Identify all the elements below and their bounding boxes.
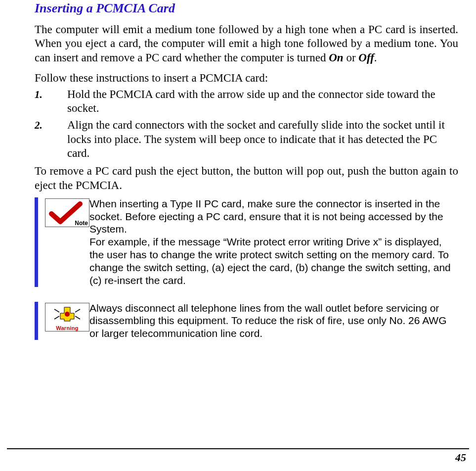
page-number: 45 xyxy=(455,451,466,464)
warning-icon: Warning xyxy=(45,303,89,331)
callout-accent-bar xyxy=(35,302,38,340)
removal-paragraph: To remove a PC card push the eject butto… xyxy=(35,164,458,192)
warning-text: Always disconnect all telephone lines fr… xyxy=(89,302,458,340)
step-number: 1. xyxy=(35,88,67,116)
instructions-lead: Follow these instructions to insert a PC… xyxy=(35,72,458,85)
callout-accent-bar xyxy=(35,197,38,287)
intro-text-end: . xyxy=(374,51,377,64)
note-icon: Note xyxy=(45,198,89,227)
svg-line-3 xyxy=(75,309,80,312)
note-text: When inserting a Type II PC card, make s… xyxy=(89,197,458,287)
warning-icon-container: Warning xyxy=(45,302,89,340)
intro-em-on: On xyxy=(329,51,343,64)
intro-em-off: Off xyxy=(358,51,374,64)
svg-point-1 xyxy=(65,312,70,317)
step-text: Hold the PCMCIA card with the arrow side… xyxy=(67,88,458,116)
warning-icon-label: Warning xyxy=(45,325,89,331)
section-heading: Inserting a PCMCIA Card xyxy=(35,1,458,16)
step-text: Align the card connectors with the socke… xyxy=(67,118,458,160)
ordered-steps: 1. Hold the PCMCIA card with the arrow s… xyxy=(35,88,458,160)
note-icon-label: Note xyxy=(75,220,88,227)
step-row: 2. Align the card connectors with the so… xyxy=(35,118,458,160)
note-icon-container: Note xyxy=(45,197,89,287)
footer-rule xyxy=(7,448,469,449)
svg-line-5 xyxy=(75,316,80,319)
step-number: 2. xyxy=(35,118,67,160)
svg-line-4 xyxy=(54,316,59,319)
page-content: Inserting a PCMCIA Card The computer wil… xyxy=(0,1,476,340)
warning-callout: Warning Always disconnect all telephone … xyxy=(35,302,458,340)
step-row: 1. Hold the PCMCIA card with the arrow s… xyxy=(35,88,458,116)
intro-paragraph: The computer will emit a medium tone fol… xyxy=(35,23,458,65)
intro-text-1: The computer will emit a medium tone fol… xyxy=(35,23,458,64)
svg-line-2 xyxy=(54,309,59,312)
note-callout: Note When inserting a Type II PC card, m… xyxy=(35,197,458,287)
intro-text-mid: or xyxy=(344,51,359,64)
